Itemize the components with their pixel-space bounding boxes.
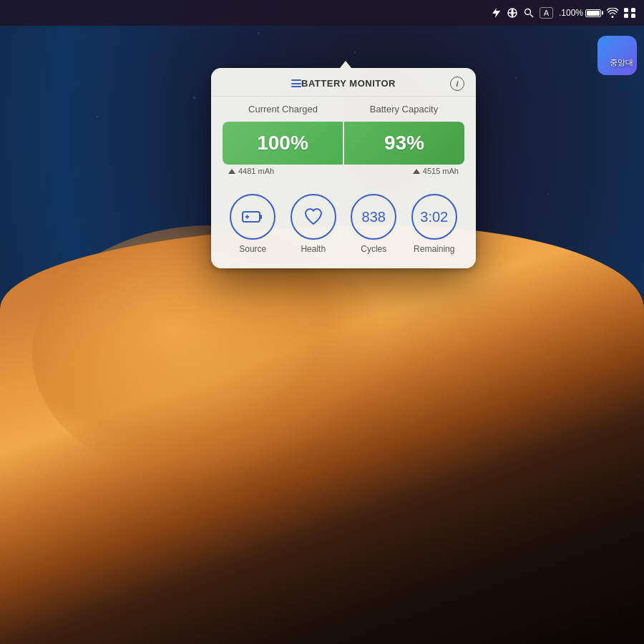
source-button[interactable]: Source (230, 194, 275, 254)
svg-rect-5 (624, 14, 628, 18)
dock-app-icon[interactable] (597, 36, 637, 75)
current-charged-header: Current Charged (223, 104, 343, 114)
info-button[interactable]: i (450, 77, 464, 91)
capacity-percent-value: 93% (351, 132, 457, 155)
svg-rect-4 (631, 8, 635, 12)
popup-title: BATTERY MONITOR (301, 78, 396, 89)
svg-rect-6 (631, 14, 635, 18)
remaining-label: Remaining (414, 244, 454, 254)
bolt-icon[interactable] (489, 7, 501, 19)
korean-label: 중앙대 (610, 57, 633, 68)
source-label: Source (239, 244, 266, 254)
remaining-button[interactable]: 3:02 Remaining (411, 194, 457, 254)
battery-capacity-header: Battery Capacity (343, 104, 464, 114)
percentage-bars: 100% 93% (223, 122, 464, 165)
battery-monitor-popup: BATTERY MONITOR i Current Charged Batter… (211, 68, 476, 268)
battery-capacity-bar: 93% (344, 122, 464, 165)
current-charged-bar: 100% (223, 122, 343, 165)
cycles-button[interactable]: 838 Cycles (351, 194, 396, 254)
svg-point-1 (525, 9, 530, 15)
wifi-icon[interactable] (607, 8, 618, 18)
cycles-icon-circle: 838 (351, 194, 396, 240)
capacity-triangle-indicator (413, 169, 420, 174)
cycles-value: 838 (362, 209, 386, 225)
capacity-mah-container: 4515 mAh (343, 167, 464, 175)
mah-labels: 4481 mAh 4515 mAh (223, 167, 464, 175)
lang-icon[interactable] (507, 7, 518, 19)
source-icon-circle (230, 194, 275, 240)
health-label: Health (301, 244, 326, 254)
remaining-value: 3:02 (420, 209, 448, 225)
capacity-mah-label: 4515 mAh (423, 167, 459, 175)
stats-icons-row: Source Health 838 Cycles 3:02 Remaining (211, 181, 476, 268)
column-headers: Current Charged Battery Capacity (211, 97, 476, 119)
battery-status: .100% (559, 8, 601, 18)
battery-icon (585, 9, 601, 17)
keyboard-lang-button[interactable]: A (540, 7, 553, 19)
popup-arrow (340, 61, 351, 68)
svg-rect-7 (243, 212, 260, 222)
current-mah-container: 4481 mAh (223, 167, 343, 175)
popup-header: BATTERY MONITOR i (211, 68, 476, 97)
cycles-label: Cycles (361, 244, 386, 254)
current-mah-label: 4481 mAh (238, 167, 274, 175)
svg-rect-8 (260, 215, 262, 219)
svg-line-2 (530, 14, 533, 17)
current-percent-value: 100% (230, 132, 336, 155)
menu-icon[interactable] (291, 79, 301, 87)
control-center-icon[interactable] (624, 8, 635, 18)
remaining-icon-circle: 3:02 (411, 194, 457, 240)
battery-source-icon (242, 206, 263, 228)
health-icon-circle (291, 194, 336, 240)
health-button[interactable]: Health (291, 194, 336, 254)
heart-icon (303, 206, 324, 228)
current-triangle-indicator (228, 169, 235, 174)
search-icon[interactable] (524, 8, 534, 18)
svg-rect-3 (624, 8, 628, 12)
menu-bar: A .100% (0, 0, 644, 26)
